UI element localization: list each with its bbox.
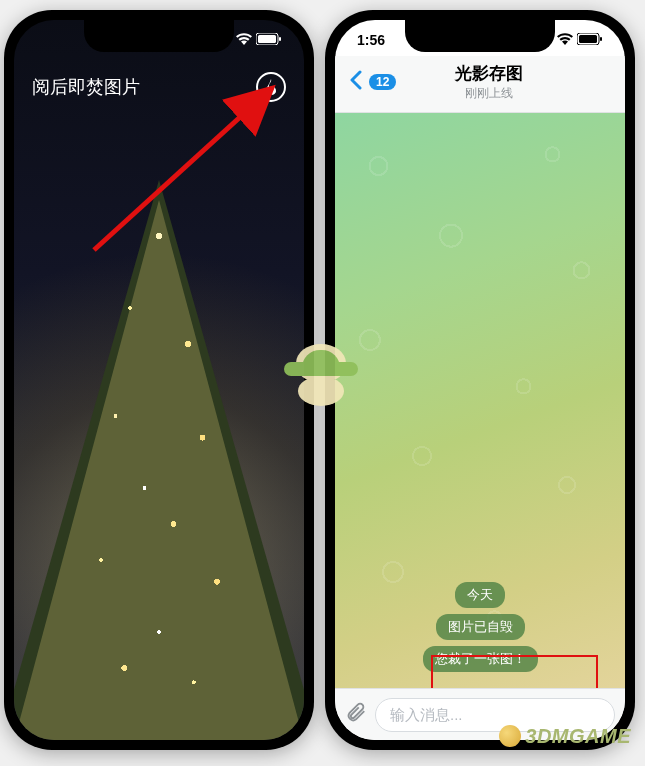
chat-title[interactable]: 光影存图: [366, 62, 611, 85]
system-msg-cropped: 您裁了一张图！: [423, 646, 538, 672]
flame-icon[interactable]: [256, 72, 286, 102]
svg-rect-2: [279, 37, 281, 41]
battery-icon: [256, 32, 282, 48]
wifi-icon: [557, 32, 573, 48]
notch: [405, 20, 555, 52]
svg-rect-6: [600, 37, 602, 41]
attach-icon[interactable]: [345, 701, 367, 729]
watermark-ball-icon: [499, 725, 521, 747]
chat-subtitle: 刚刚上线: [366, 85, 611, 102]
battery-icon: [577, 32, 603, 48]
chat-background[interactable]: 今天 图片已自毁 您裁了一张图！: [335, 108, 625, 688]
burn-after-read-title: 阅后即焚图片: [32, 75, 140, 99]
back-icon[interactable]: [349, 68, 363, 96]
svg-rect-1: [258, 35, 276, 43]
watermark-mascot: [278, 340, 364, 410]
watermark-text: 3DMGAME: [499, 725, 631, 748]
status-time: 1:56: [357, 32, 385, 48]
wifi-icon: [236, 32, 252, 48]
system-msg-destroyed: 图片已自毁: [436, 614, 525, 640]
notch: [84, 20, 234, 52]
svg-rect-5: [579, 35, 597, 43]
date-pill: 今天: [455, 582, 505, 608]
chat-header: 12 光影存图 刚刚上线: [335, 56, 625, 113]
tree-lights: [14, 20, 304, 740]
